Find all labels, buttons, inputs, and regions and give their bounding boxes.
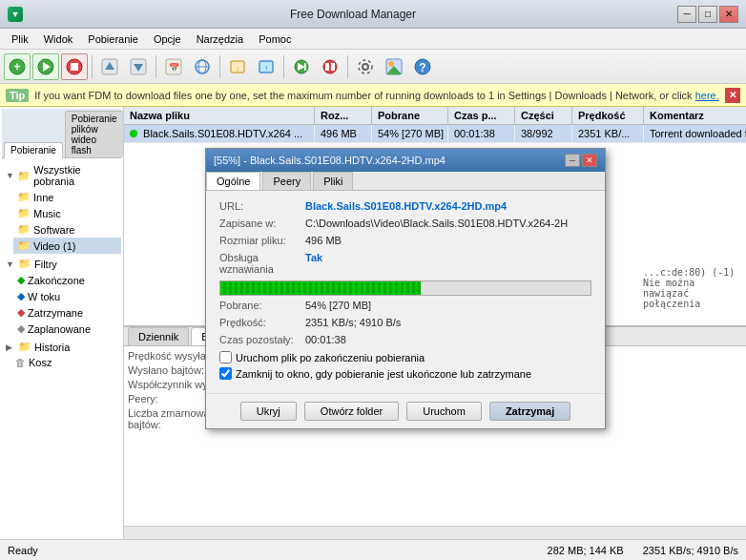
sidebar-item-music[interactable]: 📁 Music xyxy=(13,205,121,221)
bi-row-ratio: Współczynnik wymiany: 0.0005216 xyxy=(128,379,742,390)
sidebar-item-zatrzymane[interactable]: ◆ Zatrzymane xyxy=(13,304,121,321)
col-header-downloaded[interactable]: Pobrane xyxy=(372,107,448,124)
toolbar-separator-5 xyxy=(347,55,348,78)
sidebar-label-zatrzymane: Zatrzymane xyxy=(28,307,83,319)
bi-row-upload-speed: Prędkość wysyłania: xyxy=(128,350,742,362)
col-header-name[interactable]: Nazwa pliku xyxy=(124,107,315,124)
sidebar-label-music: Music xyxy=(33,208,61,219)
browser-button[interactable] xyxy=(189,53,216,80)
col-header-size[interactable]: Roz... xyxy=(315,107,372,124)
main-tabs: Pobieranie Pobieranie plików wideo flash… xyxy=(2,109,121,158)
bottom-tab-dziennik[interactable]: Dziennik xyxy=(128,327,189,345)
col-header-speed[interactable]: Prędkość xyxy=(572,107,644,124)
table-row[interactable]: Black.Sails.S01E08.HDTV.x264 ... 496 MB … xyxy=(124,125,746,143)
cell-speed: 2351 KB/... xyxy=(572,125,644,142)
cell-comment: Torrent downloaded from torrent ... xyxy=(644,125,746,142)
bullet-blue-icon: ◆ xyxy=(17,290,25,302)
download-list: Black.Sails.S01E08.HDTV.x264 ... 496 MB … xyxy=(124,125,746,163)
tip-link[interactable]: here. xyxy=(695,90,719,101)
tip-text: If you want FDM to download files one by… xyxy=(34,90,725,101)
folder-icon-historia: 📁 xyxy=(18,341,31,353)
sidebar-item-historia[interactable]: ▶ 📁 Historia xyxy=(2,339,121,355)
bi-value-wasted: 64.4 KB xyxy=(261,407,742,430)
sidebar-item-kosz[interactable]: 🗑 Kosz xyxy=(2,355,121,370)
bullet-red-icon: ◆ xyxy=(17,306,25,319)
sidebar-label-historia: Historia xyxy=(34,342,70,353)
cell-name-text: Black.Sails.S01E08.HDTV.x264 ... xyxy=(143,128,302,139)
bottom-tabs: Dziennik Bitto... xyxy=(124,327,746,346)
toolbar-separator-3 xyxy=(219,55,220,78)
sidebar: Pobieranie Pobieranie plików wideo flash… xyxy=(0,107,124,539)
export-button[interactable]: ↑ xyxy=(253,53,280,80)
sidebar-item-zaplanowane[interactable]: ◆ Zaplanowane xyxy=(13,321,121,337)
tip-close-button[interactable]: ✕ xyxy=(725,88,740,103)
move-down-button[interactable] xyxy=(125,53,152,80)
import-button[interactable]: ↓ xyxy=(224,53,251,80)
cell-size: 496 MB xyxy=(315,125,372,142)
menu-opcje[interactable]: Opcje xyxy=(146,31,189,47)
sidebar-item-all-downloads[interactable]: ▼ 📁 Wszystkie pobrania xyxy=(2,162,121,189)
add-download-button[interactable]: + xyxy=(4,53,31,80)
bottom-tab-bittorrent[interactable]: Bitto... xyxy=(191,327,241,345)
folder-icon-inne: 📁 xyxy=(17,191,31,203)
svg-text:↓: ↓ xyxy=(236,64,239,73)
folder-icon: 📁 xyxy=(17,170,31,182)
sidebar-item-video[interactable]: 📁 Video (1) xyxy=(13,238,121,254)
menu-pomoc[interactable]: Pomoc xyxy=(251,31,299,47)
status-size: 282 MB; 144 KB xyxy=(548,545,624,556)
menu-plik[interactable]: Plik xyxy=(4,31,36,47)
window-title: Free Download Manager xyxy=(29,8,677,21)
close-button[interactable]: ✕ xyxy=(719,6,738,23)
sidebar-item-software[interactable]: 📁 Software xyxy=(13,221,121,238)
svg-text:+: + xyxy=(13,60,20,73)
svg-point-25 xyxy=(363,64,368,70)
expand-icon-filtry: ▼ xyxy=(6,259,15,269)
content-area: Nazwa pliku Roz... Pobrane Czas p... Czę… xyxy=(124,107,746,539)
tab-pobieranie[interactable]: Pobieranie xyxy=(4,142,63,158)
help-button[interactable]: ? xyxy=(409,53,436,80)
svg-point-26 xyxy=(359,60,372,73)
start-all-button[interactable] xyxy=(288,53,315,80)
menu-pobieranie[interactable]: Pobieranie xyxy=(80,31,146,47)
col-header-time[interactable]: Czas p... xyxy=(448,107,515,124)
minimize-button[interactable]: ─ xyxy=(677,6,696,23)
schedule-button[interactable]: 📅 xyxy=(160,53,187,80)
bi-row-peers: Peery: total: 90, seeds: 85, connected: … xyxy=(128,393,742,404)
tab-wideo[interactable]: Pobieranie plików wideo flash xyxy=(65,111,124,157)
cell-parts: 38/992 xyxy=(515,125,572,142)
col-header-parts[interactable]: Części xyxy=(515,107,572,124)
move-up-button[interactable] xyxy=(96,53,123,80)
settings-button[interactable] xyxy=(352,53,379,80)
col-header-comment[interactable]: Komentarz xyxy=(644,107,746,124)
menu-narzedzia[interactable]: Narzędzia xyxy=(189,31,252,47)
skin-button[interactable] xyxy=(381,53,407,80)
svg-rect-23 xyxy=(325,63,329,71)
expand-icon-historia: ▶ xyxy=(6,342,15,352)
expand-icon: ▼ xyxy=(6,171,14,180)
bottom-content: Prędkość wysyłania: Wysłano bajtów: 144 … xyxy=(124,346,746,526)
sidebar-item-zakonczone[interactable]: ◆ Zakończone xyxy=(13,272,121,288)
maximize-button[interactable]: □ xyxy=(698,6,717,23)
scrollbar-horizontal[interactable] xyxy=(124,526,746,539)
sidebar-label-video: Video (1) xyxy=(33,240,75,252)
tip-bar: Tip If you want FDM to download files on… xyxy=(0,84,746,107)
svg-rect-24 xyxy=(331,63,335,71)
folder-icon-video: 📁 xyxy=(17,239,31,252)
stop-all-button[interactable] xyxy=(317,53,343,80)
menu-widok[interactable]: Widok xyxy=(36,31,81,47)
status-ready: Ready xyxy=(8,545,38,556)
sidebar-item-inne[interactable]: 📁 Inne xyxy=(13,189,121,205)
bi-value-ratio: 0.0005216 xyxy=(261,379,742,390)
bi-value-sent: 144 KB xyxy=(261,364,742,376)
svg-text:📅: 📅 xyxy=(169,62,180,73)
stop-button[interactable] xyxy=(61,53,88,80)
folder-icon-music: 📁 xyxy=(17,207,31,219)
sidebar-item-filtry[interactable]: ▼ 📁 Filtry xyxy=(2,256,121,272)
bi-value-upload-speed xyxy=(261,350,742,362)
bi-row-sent: Wysłano bajtów: 144 KB xyxy=(128,364,742,376)
sidebar-item-wtoku[interactable]: ◆ W toku xyxy=(13,288,121,304)
start-button[interactable] xyxy=(32,53,59,80)
window-controls: ─ □ ✕ xyxy=(677,6,738,23)
sidebar-label-inne: Inne xyxy=(33,192,53,203)
main-layout: Pobieranie Pobieranie plików wideo flash… xyxy=(0,107,746,539)
